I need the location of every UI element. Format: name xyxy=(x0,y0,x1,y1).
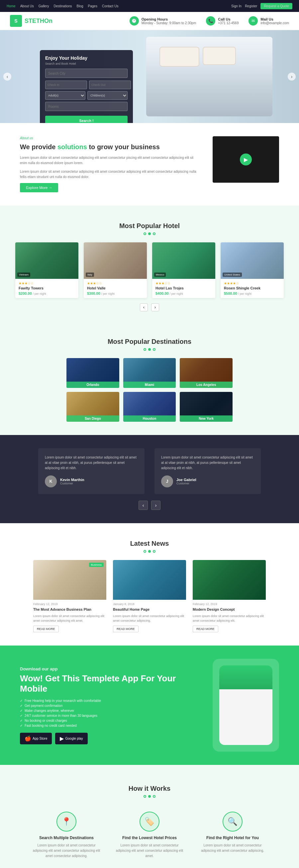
bed-visual xyxy=(146,37,272,116)
author-info: Kevin Marthin Customer xyxy=(60,478,84,485)
googleplay-label: Google play xyxy=(65,737,83,740)
hotel-stars: ★★★★☆ xyxy=(224,281,280,285)
search-button[interactable]: Search ! xyxy=(45,116,128,123)
destination-card[interactable]: Orlando xyxy=(66,358,119,388)
app-left: Download our app Wow! Get This Templete … xyxy=(20,666,199,744)
googleplay-button[interactable]: ▶ Google play xyxy=(55,733,87,744)
adults-children-row: Adult(s) Children(s) xyxy=(45,91,128,100)
nav-destinations[interactable]: Destinations xyxy=(54,4,72,8)
dest-dot-3 xyxy=(153,348,156,351)
news-text: Lorem ipsum dolor sit amet consectetur a… xyxy=(113,614,186,623)
hotel-card[interactable]: Vietnam ★★★☆☆ Fawlty Towers $200.00 / pe… xyxy=(15,242,78,298)
checkin-input[interactable] xyxy=(45,81,87,89)
nav-contact[interactable]: Contact Us xyxy=(102,4,118,8)
phone-info: 📞 Call Us +371 12-4569 xyxy=(206,16,239,26)
dest-dot-2 xyxy=(148,348,151,351)
hotels-next-btn[interactable]: › xyxy=(151,303,159,311)
app-section: Download our app Wow! Get This Templete … xyxy=(0,646,299,765)
hero-prev-arrow[interactable]: ‹ xyxy=(3,72,11,81)
hotels-prev-btn[interactable]: ‹ xyxy=(140,303,148,311)
news-text: Lorem ipsum dolor sit amet consectetur a… xyxy=(193,614,266,623)
destination-card[interactable]: Houston xyxy=(123,392,176,422)
hotel-per: / per night xyxy=(101,292,115,296)
checkin-checkout-row xyxy=(45,81,128,89)
hotel-card[interactable]: Mexico ★★★☆☆ Hotel Las Trojes $400.00 / … xyxy=(152,242,215,298)
hotel-price: $300.00 / per night xyxy=(87,291,143,296)
how-icon: 📍 xyxy=(56,812,76,832)
rooms-input[interactable] xyxy=(45,102,128,111)
hotel-stars: ★★★☆☆ xyxy=(156,281,212,285)
app-features-list: Free Hearing help in your research with … xyxy=(20,699,199,727)
app-feature-item: Fast booking no credit card needed xyxy=(20,724,199,727)
hotel-location: United States xyxy=(223,273,242,277)
destinations-title: Most Popular Destinations xyxy=(17,338,282,345)
hours-text: Opening Hours Monday - Sunday: 9:00am to… xyxy=(141,17,196,25)
read-more-button[interactable]: READ MORE xyxy=(113,626,139,632)
app-feature-item: Free Hearing help in your research with … xyxy=(20,699,199,703)
testimonials-next-btn[interactable]: › xyxy=(151,501,160,510)
how-dot-2 xyxy=(148,795,151,798)
news-card: February 12, 2019 Modern Design Concept … xyxy=(193,560,266,632)
about-video: ▶ xyxy=(213,136,279,183)
how-card: 🏷️ Find the Lowest Hotel Prices Lorem ip… xyxy=(113,812,186,859)
how-icon: 🔍 xyxy=(223,812,243,832)
how-header: How it Works xyxy=(20,775,279,805)
nav-pages[interactable]: Pages xyxy=(88,4,97,8)
destination-card[interactable]: Miami xyxy=(123,358,176,388)
app-pre-title: Download our app xyxy=(20,666,199,672)
how-step-text: Lorem ipsum dolor sit amet consectetur a… xyxy=(113,843,186,859)
nav-blog[interactable]: Blog xyxy=(77,4,83,8)
how-dot-3 xyxy=(153,795,156,798)
about-label: About us xyxy=(20,136,199,140)
hotels-grid: Vietnam ★★★☆☆ Fawlty Towers $200.00 / pe… xyxy=(10,242,289,298)
destinations-header: Most Popular Destinations xyxy=(10,328,289,358)
appstore-button[interactable]: 🍎 App Store xyxy=(20,733,52,744)
app-feature-item: No booking or credit charges xyxy=(20,719,199,722)
hero-bed-image xyxy=(146,37,272,116)
nav-request-btn[interactable]: Request a Quote xyxy=(261,3,292,9)
hotel-card[interactable]: United States ★★★★☆ Rosen Shingle Creek … xyxy=(221,242,284,298)
read-more-button[interactable]: READ MORE xyxy=(193,626,218,632)
author-title: Customer xyxy=(60,482,84,485)
explore-more-button[interactable]: Explore More → xyxy=(20,183,58,192)
children-select[interactable]: Children(s) xyxy=(87,91,128,100)
how-grid: 📍 Search Multiple Destinations Lorem ips… xyxy=(20,812,279,859)
navbar: Home About Us Gallery Destinations Blog … xyxy=(0,0,299,12)
about-text-1: Lorem ipsum dolor sit amet consectetur a… xyxy=(20,155,199,166)
hotel-card[interactable]: Italy ★★★☆☆ Hotel Valle $300.00 / per ni… xyxy=(84,242,147,298)
nav-signin[interactable]: Sign In xyxy=(231,4,242,8)
app-feature-item: Get payment confirmation xyxy=(20,704,199,708)
video-play-button[interactable]: ▶ xyxy=(240,154,252,165)
nav-about[interactable]: About Us xyxy=(20,4,34,8)
apple-icon: 🍎 xyxy=(25,735,31,742)
destination-card[interactable]: San Diego xyxy=(66,392,119,422)
dot-1 xyxy=(143,232,146,235)
checkout-input[interactable] xyxy=(89,81,131,89)
adults-select[interactable]: Adult(s) xyxy=(45,91,85,100)
news-dots xyxy=(27,550,272,553)
nav-home[interactable]: Home xyxy=(7,4,16,8)
hero-next-arrow[interactable]: › xyxy=(288,72,296,81)
destination-card[interactable]: Los Angeles xyxy=(180,358,233,388)
author-title: Customer xyxy=(176,482,196,485)
city-search-input[interactable] xyxy=(45,69,128,78)
app-phone-mockup xyxy=(213,659,279,752)
testimonial-card: Lorem ipsum dolor sit amet consectetur a… xyxy=(38,448,144,494)
testimonial-text: Lorem ipsum dolor sit amet consectetur a… xyxy=(45,455,138,471)
read-more-button[interactable]: READ MORE xyxy=(33,626,59,632)
logo: S STETHOn xyxy=(10,15,53,27)
hotels-navigation: ‹ › xyxy=(10,303,289,311)
nav-register[interactable]: Register xyxy=(245,4,257,8)
author-info: Joe Gabriel Customer xyxy=(176,478,196,485)
hotel-name: Rosen Shingle Creek xyxy=(224,286,280,290)
destination-card[interactable]: New York xyxy=(180,392,233,422)
hotel-info: ★★★☆☆ Hotel Valle $300.00 / per night xyxy=(84,279,147,298)
hours-info: 🕐 Opening Hours Monday - Sunday: 9:00am … xyxy=(130,16,196,26)
news-date: January 8, 2018 xyxy=(113,602,186,606)
hotel-price: $500.00 / per night xyxy=(224,291,280,296)
about-left: About us We provide solutions to grow yo… xyxy=(20,136,199,192)
author-avatar: J xyxy=(161,475,173,487)
testimonials-prev-btn[interactable]: ‹ xyxy=(139,501,148,510)
nav-gallery[interactable]: Gallery xyxy=(38,4,49,8)
how-dot-1 xyxy=(143,795,146,798)
